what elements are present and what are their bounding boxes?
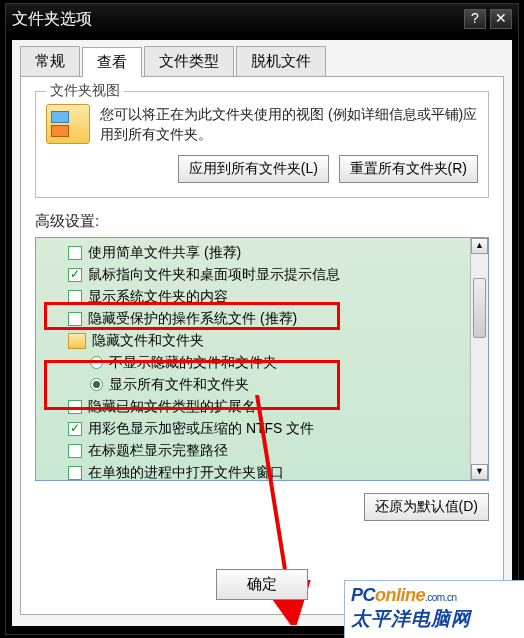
watermark-logo: PConline.com.cn <box>351 585 518 606</box>
reset-all-button[interactable]: 重置所有文件夹(R) <box>339 155 478 183</box>
checkbox-icon[interactable]: ✓ <box>68 268 82 282</box>
folder-icon <box>46 104 90 144</box>
opt-fullpath-title[interactable]: 在标题栏显示完整路径 <box>44 440 470 462</box>
opt-color-ntfs[interactable]: ✓用彩色显示加密或压缩的 NTFS 文件 <box>44 418 470 440</box>
radio-icon[interactable] <box>90 378 103 391</box>
radio-icon[interactable] <box>90 356 103 369</box>
advanced-tree-container: 使用简单文件共享 (推荐) ✓鼠标指向文件夹和桌面项时显示提示信息 显示系统文件… <box>35 237 489 481</box>
folder-views-desc: 您可以将正在为此文件夹使用的视图 (例如详细信息或平铺)应用到所有文件夹。 <box>100 104 478 145</box>
restore-defaults-button[interactable]: 还原为默认值(D) <box>364 493 489 521</box>
window-body: 常规 查看 文件类型 脱机文件 文件夹视图 您可以将正在为此文件夹使用的视图 (… <box>12 40 512 626</box>
opt-hide-ext[interactable]: 隐藏已知文件类型的扩展名 <box>44 396 470 418</box>
opt-hide-protected-os[interactable]: 隐藏受保护的操作系统文件 (推荐) <box>44 308 470 330</box>
opt-simple-sharing[interactable]: 使用简单文件共享 (推荐) <box>44 242 470 264</box>
label: 用彩色显示加密或压缩的 NTFS 文件 <box>88 420 314 438</box>
apply-all-button[interactable]: 应用到所有文件夹(L) <box>178 155 329 183</box>
folder-options-window: 文件夹选项 ? ✕ 常规 查看 文件类型 脱机文件 文件夹视图 您可以将正在为此… <box>5 3 519 635</box>
advanced-tree[interactable]: 使用简单文件共享 (推荐) ✓鼠标指向文件夹和桌面项时显示提示信息 显示系统文件… <box>36 238 470 480</box>
label: 鼠标指向文件夹和桌面项时显示提示信息 <box>88 266 340 284</box>
label: 不显示隐藏的文件和文件夹 <box>109 354 277 372</box>
checkbox-icon[interactable] <box>68 444 82 458</box>
tab-filetypes[interactable]: 文件类型 <box>144 46 234 76</box>
label: 隐藏已知文件类型的扩展名 <box>88 398 256 416</box>
titlebar: 文件夹选项 ? ✕ <box>6 4 518 34</box>
checkbox-icon[interactable] <box>68 246 82 260</box>
label: 使用简单文件共享 (推荐) <box>88 244 241 262</box>
label: 在标题栏显示完整路径 <box>88 442 228 460</box>
checkbox-icon[interactable]: ✓ <box>68 422 82 436</box>
label: 显示所有文件和文件夹 <box>109 376 249 394</box>
tab-strip: 常规 查看 文件类型 脱机文件 <box>20 46 504 77</box>
watermark-cn: 太平洋电脑网 <box>351 606 518 632</box>
help-button[interactable]: ? <box>464 9 486 29</box>
checkbox-icon[interactable] <box>68 400 82 414</box>
opt-hide-hidden[interactable]: 不显示隐藏的文件和文件夹 <box>44 352 470 374</box>
scroll-thumb[interactable] <box>473 278 486 338</box>
scroll-down-button[interactable]: ▼ <box>471 464 488 480</box>
opt-hover-tips[interactable]: ✓鼠标指向文件夹和桌面项时显示提示信息 <box>44 264 470 286</box>
tab-general[interactable]: 常规 <box>20 46 80 76</box>
folder-views-group: 文件夹视图 您可以将正在为此文件夹使用的视图 (例如详细信息或平铺)应用到所有文… <box>35 91 489 198</box>
checkbox-icon[interactable] <box>68 466 82 480</box>
window-title: 文件夹选项 <box>12 9 460 30</box>
advanced-label: 高级设置: <box>35 212 489 231</box>
restore-row: 还原为默认值(D) <box>35 493 489 521</box>
folder-views-buttons: 应用到所有文件夹(L) 重置所有文件夹(R) <box>46 155 478 183</box>
opt-show-all[interactable]: 显示所有文件和文件夹 <box>44 374 470 396</box>
opt-hidden-group[interactable]: 隐藏文件和文件夹 <box>44 330 470 352</box>
label: 在单独的进程中打开文件夹窗口 <box>88 464 284 480</box>
checkbox-icon[interactable] <box>68 312 82 326</box>
label: 显示系统文件夹的内容 <box>88 288 228 306</box>
folder-views-row: 您可以将正在为此文件夹使用的视图 (例如详细信息或平铺)应用到所有文件夹。 <box>46 104 478 145</box>
opt-separate-process[interactable]: 在单独的进程中打开文件夹窗口 <box>44 462 470 480</box>
tab-offline[interactable]: 脱机文件 <box>236 46 326 76</box>
group-title: 文件夹视图 <box>46 82 124 100</box>
opt-show-sys-contents[interactable]: 显示系统文件夹的内容 <box>44 286 470 308</box>
tab-view[interactable]: 查看 <box>82 47 142 77</box>
checkbox-icon[interactable] <box>68 290 82 304</box>
watermark: PConline.com.cn 太平洋电脑网 <box>344 580 524 638</box>
label: 隐藏受保护的操作系统文件 (推荐) <box>88 310 297 328</box>
tree-scrollbar[interactable]: ▲ ▼ <box>470 238 488 480</box>
ok-button[interactable]: 确定 <box>216 569 308 600</box>
tab-page-view: 文件夹视图 您可以将正在为此文件夹使用的视图 (例如详细信息或平铺)应用到所有文… <box>20 77 504 615</box>
label: 隐藏文件和文件夹 <box>92 332 204 350</box>
scroll-up-button[interactable]: ▲ <box>471 238 488 254</box>
close-button[interactable]: ✕ <box>490 9 512 29</box>
folder-node-icon <box>68 333 86 349</box>
